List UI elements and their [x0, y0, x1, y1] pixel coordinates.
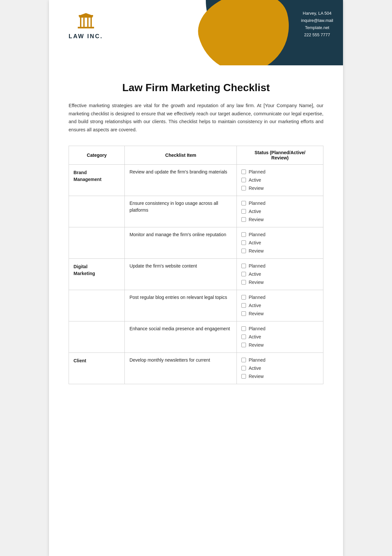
svg-rect-0 — [78, 27, 94, 28]
contact-info: Harvey, LA 504 inquire@law.mail Template… — [301, 10, 333, 39]
checkbox-icon[interactable] — [241, 264, 246, 268]
status-option[interactable]: Review — [241, 248, 318, 254]
cell-status: PlannedActiveReview — [237, 258, 323, 290]
table-header-row: Category Checklist Item Status (Planned/… — [69, 146, 323, 164]
status-option[interactable]: Review — [241, 373, 318, 380]
checklist-table: Category Checklist Item Status (Planned/… — [69, 146, 323, 384]
status-option[interactable]: Review — [241, 185, 318, 192]
checkbox-icon[interactable] — [241, 374, 246, 379]
cell-item: Enhance social media presence and engage… — [125, 321, 237, 352]
checkbox-icon[interactable] — [241, 311, 246, 316]
cell-category — [69, 321, 125, 352]
checkbox-icon[interactable] — [241, 366, 246, 370]
cell-status: PlannedActiveReview — [237, 290, 323, 321]
checkbox-icon[interactable] — [241, 217, 246, 222]
status-option[interactable]: Active — [241, 365, 318, 372]
cell-item: Monitor and manage the firm's online rep… — [125, 227, 237, 258]
status-option[interactable]: Review — [241, 279, 318, 286]
svg-marker-7 — [79, 13, 93, 16]
cell-status: PlannedActiveReview — [237, 321, 323, 352]
checkbox-icon[interactable] — [241, 295, 246, 300]
table-row: ClientDevelop monthly newsletters for cu… — [69, 352, 323, 384]
cell-category: BrandManagement — [69, 164, 125, 196]
col-header-category: Category — [69, 146, 125, 164]
status-label: Planned — [249, 200, 265, 207]
status-option[interactable]: Active — [241, 208, 318, 215]
logo-text: LAW INC. — [69, 33, 103, 40]
status-option[interactable]: Planned — [241, 200, 318, 207]
table-row: Monitor and manage the firm's online rep… — [69, 227, 323, 258]
table-row: Post regular blog entries on relevant le… — [69, 290, 323, 321]
status-label: Active — [249, 208, 261, 215]
checkbox-icon[interactable] — [241, 170, 246, 174]
cell-item: Develop monthly newsletters for current — [125, 352, 237, 384]
checkbox-icon[interactable] — [241, 209, 246, 214]
status-option[interactable]: Active — [241, 271, 318, 278]
contact-line3: Template.net — [301, 24, 333, 31]
cell-category: Client — [69, 352, 125, 384]
status-option[interactable]: Review — [241, 310, 318, 317]
status-option[interactable]: Review — [241, 342, 318, 349]
status-label: Active — [249, 365, 261, 372]
cell-item: Review and update the firm's branding ma… — [125, 164, 237, 196]
contact-line1: Harvey, LA 504 — [301, 10, 333, 17]
status-label: Review — [249, 216, 264, 223]
checkbox-icon[interactable] — [241, 358, 246, 362]
status-label: Active — [249, 177, 261, 184]
status-label: Review — [249, 279, 264, 286]
status-option[interactable]: Planned — [241, 294, 318, 301]
page-container: LAW INC. Harvey, LA 504 inquire@law.mail… — [49, 0, 343, 556]
status-label: Review — [249, 342, 264, 349]
status-label: Review — [249, 373, 264, 380]
table-row: BrandManagementReview and update the fir… — [69, 164, 323, 196]
status-label: Planned — [249, 231, 265, 238]
cell-category — [69, 196, 125, 227]
checkbox-icon[interactable] — [241, 186, 246, 190]
checkbox-icon[interactable] — [241, 232, 246, 237]
svg-rect-4 — [87, 18, 89, 27]
status-label: Planned — [249, 263, 265, 270]
checkbox-icon[interactable] — [241, 272, 246, 276]
cell-item: Post regular blog entries on relevant le… — [125, 290, 237, 321]
status-option[interactable]: Active — [241, 302, 318, 309]
status-label: Review — [249, 248, 264, 254]
status-option[interactable]: Planned — [241, 263, 318, 270]
cell-item: Ensure consistency in logo usage across … — [125, 196, 237, 227]
status-label: Active — [249, 239, 261, 246]
status-option[interactable]: Active — [241, 334, 318, 340]
status-option[interactable]: Planned — [241, 169, 318, 175]
checkbox-icon[interactable] — [241, 178, 246, 182]
table-row: DigitalMarketingUpdate the firm's websit… — [69, 258, 323, 290]
status-option[interactable]: Planned — [241, 357, 318, 364]
checkbox-icon[interactable] — [241, 303, 246, 308]
status-option[interactable]: Active — [241, 239, 318, 246]
contact-line2: inquire@law.mail — [301, 17, 333, 24]
law-logo-icon — [76, 13, 96, 31]
status-label: Review — [249, 185, 264, 192]
status-option[interactable]: Review — [241, 216, 318, 223]
logo-area: LAW INC. — [69, 13, 103, 40]
status-label: Planned — [249, 169, 265, 175]
table-row: Enhance social media presence and engage… — [69, 321, 323, 352]
cell-status: PlannedActiveReview — [237, 164, 323, 196]
status-label: Planned — [249, 357, 265, 364]
contact-line4: 222 555 7777 — [301, 31, 333, 39]
checkbox-icon[interactable] — [241, 240, 246, 245]
intro-text: Effective marketing strategies are vital… — [69, 102, 323, 134]
cell-category — [69, 290, 125, 321]
checkbox-icon[interactable] — [241, 343, 246, 347]
status-label: Planned — [249, 325, 265, 332]
col-header-status: Status (Planned/Active/Review) — [237, 146, 323, 164]
status-option[interactable]: Planned — [241, 325, 318, 332]
main-content: Law Firm Marketing Checklist Effective m… — [49, 65, 343, 404]
status-label: Planned — [249, 294, 265, 301]
cell-status: PlannedActiveReview — [237, 227, 323, 258]
status-option[interactable]: Planned — [241, 231, 318, 238]
cell-status: PlannedActiveReview — [237, 196, 323, 227]
checkbox-icon[interactable] — [241, 249, 246, 253]
checkbox-icon[interactable] — [241, 280, 246, 285]
status-option[interactable]: Active — [241, 177, 318, 184]
checkbox-icon[interactable] — [241, 201, 246, 205]
checkbox-icon[interactable] — [241, 326, 246, 331]
checkbox-icon[interactable] — [241, 335, 246, 339]
